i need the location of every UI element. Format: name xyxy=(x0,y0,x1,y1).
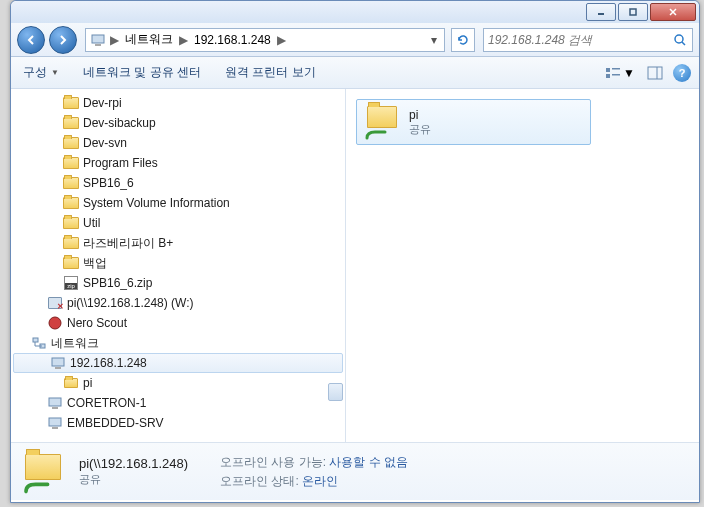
offline-state-val: 온라인 xyxy=(302,474,338,488)
tree-item[interactable]: Nero Scout xyxy=(11,313,345,333)
folder-icon xyxy=(63,235,79,251)
tree-item-label: Program Files xyxy=(83,156,158,170)
share-folder-icon xyxy=(23,450,67,494)
tree-item-label: 네트워크 xyxy=(51,335,99,352)
offline-avail-val: 사용할 수 없음 xyxy=(329,455,408,469)
computer-icon xyxy=(50,355,66,371)
tree-item-label: SPB16_6 xyxy=(83,176,134,190)
network-center-label: 네트워크 및 공유 센터 xyxy=(83,64,201,81)
toolbar: 구성▼ 네트워크 및 공유 센터 원격 프린터 보기 ▼ ? xyxy=(11,57,699,89)
svg-rect-23 xyxy=(49,418,61,426)
address-dropdown[interactable]: ▾ xyxy=(426,33,442,47)
share-folder-icon xyxy=(365,104,401,140)
nav-bar: ▶ 네트워크 ▶ 192.168.1.248 ▶ ▾ xyxy=(11,23,699,57)
nero-icon xyxy=(47,315,63,331)
chevron-down-icon: ▼ xyxy=(51,68,59,77)
tree-item[interactable]: Dev-svn xyxy=(11,133,345,153)
remote-printers-button[interactable]: 원격 프린터 보기 xyxy=(221,62,320,83)
search-box[interactable] xyxy=(483,28,693,52)
organize-button[interactable]: 구성▼ xyxy=(19,62,63,83)
tree-item[interactable]: SPB16_6 xyxy=(11,173,345,193)
breadcrumb-network[interactable]: 네트워크 xyxy=(121,29,177,51)
svg-rect-8 xyxy=(606,68,610,72)
svg-point-6 xyxy=(675,35,683,43)
svg-rect-12 xyxy=(648,67,662,79)
tree-item[interactable]: pi(\\192.168.1.248) (W:) xyxy=(11,293,345,313)
folder-icon xyxy=(63,215,79,231)
details-name: pi(\\192.168.1.248) xyxy=(79,456,188,471)
svg-rect-9 xyxy=(612,68,620,70)
explorer-window: ▶ 네트워크 ▶ 192.168.1.248 ▶ ▾ 구성▼ 네트워크 및 공유… xyxy=(10,0,700,503)
organize-label: 구성 xyxy=(23,64,47,81)
back-button[interactable] xyxy=(17,26,45,54)
breadcrumb-host[interactable]: 192.168.1.248 xyxy=(190,29,275,51)
item-subtitle: 공유 xyxy=(409,122,431,137)
folder-icon xyxy=(63,115,79,131)
tree-item-label: System Volume Information xyxy=(83,196,230,210)
close-button[interactable] xyxy=(650,3,696,21)
scrollbar-thumb[interactable] xyxy=(328,383,343,401)
network-center-button[interactable]: 네트워크 및 공유 센터 xyxy=(79,62,205,83)
tree-item[interactable]: Program Files xyxy=(11,153,345,173)
tree-item[interactable]: pi xyxy=(11,373,345,393)
tree-item[interactable]: 192.168.1.248 xyxy=(13,353,343,373)
content-pane[interactable]: pi 공유 xyxy=(346,89,699,442)
tree-item-label: CORETRON-1 xyxy=(67,396,146,410)
tree-item-label: Dev-rpi xyxy=(83,96,122,110)
maximize-button[interactable] xyxy=(618,3,648,21)
forward-button[interactable] xyxy=(49,26,77,54)
details-subtitle: 공유 xyxy=(79,472,188,487)
preview-pane-button[interactable] xyxy=(645,64,665,82)
svg-rect-24 xyxy=(52,427,58,429)
search-input[interactable] xyxy=(488,29,672,51)
offline-avail-key: 오프라인 사용 가능: xyxy=(220,455,326,469)
breadcrumb-sep: ▶ xyxy=(177,33,190,47)
refresh-button[interactable] xyxy=(451,28,475,52)
tree-item[interactable]: EMBEDDED-SRV xyxy=(11,413,345,433)
tree-item-label: Nero Scout xyxy=(67,316,127,330)
tree-item-label: 라즈베리파이 B+ xyxy=(83,235,173,252)
chevron-down-icon: ▼ xyxy=(623,66,635,80)
tree-item[interactable]: 라즈베리파이 B+ xyxy=(11,233,345,253)
svg-rect-5 xyxy=(95,44,101,46)
svg-rect-4 xyxy=(92,35,104,43)
folder-icon xyxy=(63,155,79,171)
breadcrumb-sep: ▶ xyxy=(275,33,288,47)
body: Dev-rpiDev-sibackupDev-svnProgram FilesS… xyxy=(11,89,699,442)
tree-item-label: 192.168.1.248 xyxy=(70,356,147,370)
search-icon[interactable] xyxy=(672,32,688,48)
breadcrumb-sep: ▶ xyxy=(108,33,121,47)
folder-icon xyxy=(63,195,79,211)
tree-item-label: pi(\\192.168.1.248) (W:) xyxy=(67,296,194,310)
folder-icon xyxy=(63,175,79,191)
share-item-pi[interactable]: pi 공유 xyxy=(356,99,591,145)
zip-icon xyxy=(63,275,79,291)
tree-item[interactable]: Util xyxy=(11,213,345,233)
tree-item-label: SPB16_6.zip xyxy=(83,276,152,290)
share-icon xyxy=(63,375,79,391)
tree-item[interactable]: Dev-rpi xyxy=(11,93,345,113)
svg-point-14 xyxy=(49,317,61,329)
tree-item[interactable]: 백업 xyxy=(11,253,345,273)
svg-rect-15 xyxy=(33,338,38,342)
tree-item[interactable]: Dev-sibackup xyxy=(11,113,345,133)
tree-item[interactable]: System Volume Information xyxy=(11,193,345,213)
tree-item[interactable]: 네트워크 xyxy=(11,333,345,353)
computer-icon xyxy=(47,415,63,431)
help-button[interactable]: ? xyxy=(673,64,691,82)
tree-item[interactable]: SPB16_6.zip xyxy=(11,273,345,293)
svg-rect-22 xyxy=(52,407,58,409)
tree-pane[interactable]: Dev-rpiDev-sibackupDev-svnProgram FilesS… xyxy=(11,89,346,442)
svg-rect-10 xyxy=(606,74,610,78)
svg-rect-20 xyxy=(55,367,61,369)
offline-state-key: 오프라인 상태: xyxy=(220,474,299,488)
svg-rect-1 xyxy=(630,9,636,15)
tree-item-label: Util xyxy=(83,216,100,230)
computer-icon xyxy=(90,32,106,48)
view-mode-button[interactable]: ▼ xyxy=(603,64,637,82)
titlebar xyxy=(11,1,699,23)
details-pane: pi(\\192.168.1.248) 공유 오프라인 사용 가능: 사용할 수… xyxy=(11,442,699,500)
address-bar[interactable]: ▶ 네트워크 ▶ 192.168.1.248 ▶ ▾ xyxy=(85,28,445,52)
minimize-button[interactable] xyxy=(586,3,616,21)
tree-item[interactable]: CORETRON-1 xyxy=(11,393,345,413)
